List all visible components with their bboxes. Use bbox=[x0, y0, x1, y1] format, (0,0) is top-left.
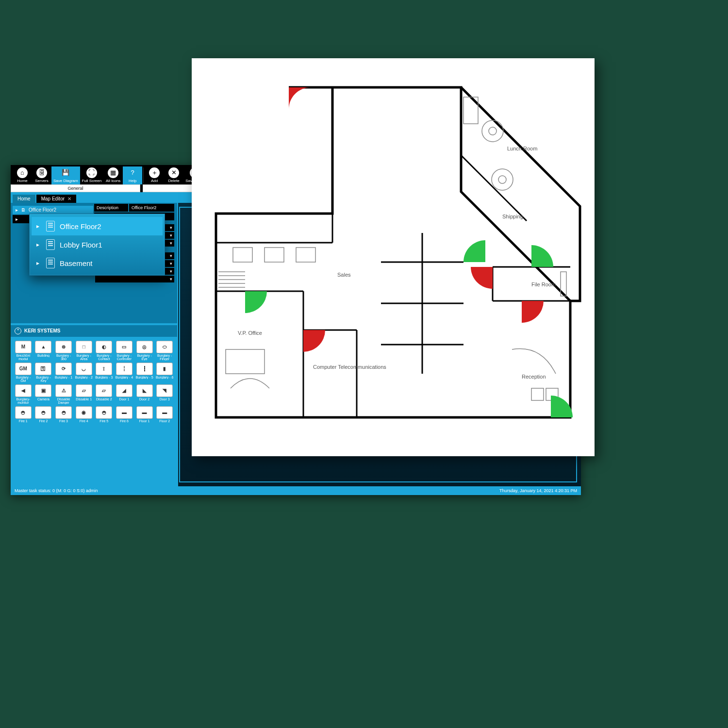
shape-item[interactable]: M Brezžični modul bbox=[14, 340, 33, 361]
chevron-right-icon: ▸ bbox=[36, 260, 41, 266]
shape-thumb: ◡ bbox=[76, 363, 92, 375]
svg-rect-23 bbox=[226, 349, 265, 374]
help-icon: ? bbox=[127, 167, 138, 178]
shape-label: Burglary - 5 bbox=[135, 376, 153, 379]
flyout-item[interactable]: ▸ Office Floor2 bbox=[32, 217, 163, 235]
shape-item[interactable]: ⬭ Burglary - Finger bbox=[155, 340, 174, 361]
shape-item[interactable]: ▲ Building bbox=[34, 340, 53, 361]
shape-item[interactable]: ⟟ Burglary - 3 bbox=[95, 362, 114, 383]
shape-item[interactable]: ◡ Burglary - 2 bbox=[74, 362, 94, 383]
shape-thumb: ◐ bbox=[96, 341, 112, 353]
shape-item[interactable]: ▮ Burglary - 6 bbox=[155, 362, 174, 383]
shape-thumb: ▣ bbox=[35, 384, 51, 397]
shape-thumb: □ bbox=[76, 341, 92, 353]
save-diagram-button[interactable]: 💾Save Diagram bbox=[51, 166, 80, 184]
shape-thumb: ◓ bbox=[35, 406, 51, 419]
shape-item[interactable]: ◓ Fire 3 bbox=[54, 406, 73, 423]
door-icon[interactable] bbox=[471, 267, 493, 289]
all-icons-button[interactable]: ▦All Icons bbox=[103, 166, 123, 184]
shape-item[interactable]: ▣ Camera bbox=[34, 384, 53, 405]
ribbon-button-label: All Icons bbox=[106, 179, 120, 183]
help-button[interactable]: ?Help bbox=[123, 166, 142, 184]
shape-item[interactable]: □ Burglary - Area bbox=[74, 340, 94, 361]
svg-point-16 bbox=[489, 127, 496, 135]
shape-thumb: ◓ bbox=[15, 406, 32, 419]
palette-header[interactable]: ˄ KERI SYSTEMS bbox=[11, 325, 177, 337]
shape-item[interactable]: ◀ Burglary-monitor bbox=[14, 384, 33, 405]
door-icon[interactable] bbox=[245, 291, 267, 313]
fullscreen-icon: ⛶ bbox=[86, 167, 97, 178]
shape-thumb: ◎ bbox=[136, 341, 153, 353]
tree-item-label: Office Floor2 bbox=[29, 207, 56, 213]
svg-point-18 bbox=[498, 176, 506, 183]
shape-label: Door 1 bbox=[119, 397, 129, 401]
shape-item[interactable]: GM Burglary - GM bbox=[14, 362, 33, 383]
shape-item[interactable]: ◣ Door 2 bbox=[135, 384, 154, 405]
home-button[interactable]: ⌂Home bbox=[13, 166, 32, 184]
shape-item[interactable]: ⊗ Burglary - 360 bbox=[54, 340, 73, 361]
shape-item[interactable]: ◓ Fire 2 bbox=[34, 406, 53, 423]
full-screen-button[interactable]: ⛶Full Screen bbox=[80, 166, 103, 184]
shape-thumb: GM bbox=[15, 363, 32, 375]
shape-label: Burglary - Controller bbox=[115, 354, 133, 361]
tab-home[interactable]: Home bbox=[13, 195, 35, 203]
ribbon-group-label: General bbox=[11, 184, 140, 192]
shape-item[interactable]: ◉ Fire 4 bbox=[74, 406, 94, 423]
shape-item[interactable]: ▬ Floor 2 bbox=[155, 406, 174, 423]
page-icon bbox=[46, 221, 55, 232]
delete-icon: ✕ bbox=[168, 167, 179, 178]
shape-item[interactable]: ▭ Burglary - Controller bbox=[115, 340, 134, 361]
close-icon[interactable]: ✕ bbox=[67, 196, 71, 201]
shape-label: Burglary - 3 bbox=[95, 376, 113, 379]
page-icon bbox=[46, 258, 55, 268]
shape-item[interactable]: ▬ Fire 6 bbox=[115, 406, 134, 423]
shape-item[interactable]: ⚠ Dissable Danger bbox=[54, 384, 73, 405]
shape-item[interactable]: ◓ Fire 5 bbox=[95, 406, 114, 423]
grid-icon: ▦ bbox=[108, 167, 118, 178]
flyout-item[interactable]: ▸ Lobby Floor1 bbox=[32, 235, 163, 254]
shape-item[interactable]: ◥ Door 3 bbox=[155, 384, 174, 405]
room-label: Reception bbox=[522, 374, 546, 380]
shape-thumb: ⬭ bbox=[156, 341, 173, 353]
shape-thumb: ⚠ bbox=[55, 384, 72, 397]
shape-item[interactable]: ▬ Floor 1 bbox=[135, 406, 154, 423]
servers-button[interactable]: 🗄Servers bbox=[32, 166, 51, 184]
delete-button[interactable]: ✕Delete bbox=[164, 166, 183, 184]
shape-item[interactable]: ◎ Burglary - Eye bbox=[135, 340, 154, 361]
home-icon: ⌂ bbox=[17, 167, 28, 178]
floorplan-window[interactable]: Lunch Room Shipping File Room Sales V.P.… bbox=[192, 58, 595, 456]
shape-item[interactable]: ◢ Door 1 bbox=[115, 384, 134, 405]
tab-map-editor[interactable]: Map Editor✕ bbox=[36, 195, 76, 203]
door-icon[interactable] bbox=[463, 240, 485, 262]
prop-label: Description bbox=[94, 204, 128, 212]
shape-label: Burglary - 6 bbox=[156, 376, 173, 379]
shape-label: Dissable 1 bbox=[76, 397, 92, 401]
door-icon[interactable] bbox=[522, 301, 544, 323]
page-list-flyout: ▸ Office Floor2▸ Lobby Floor1▸ Basement bbox=[29, 214, 165, 276]
shape-item[interactable]: ╎ Burglary - 4 bbox=[115, 362, 134, 383]
door-icon[interactable] bbox=[303, 330, 325, 352]
door-icon[interactable] bbox=[531, 245, 553, 267]
shape-item[interactable]: ▱ Dissable 1 bbox=[74, 384, 94, 405]
shape-item[interactable]: ▱ Dissable 2 bbox=[95, 384, 114, 405]
svg-rect-20 bbox=[233, 248, 252, 262]
shape-thumb: ┇ bbox=[136, 363, 153, 375]
flyout-item[interactable]: ▸ Basement bbox=[32, 254, 163, 272]
shape-label: Burglary - 2 bbox=[75, 376, 93, 379]
shape-item[interactable]: ◐ Burglary - Contact bbox=[95, 340, 114, 361]
svg-point-17 bbox=[492, 169, 513, 190]
door-icon[interactable] bbox=[289, 87, 311, 109]
shape-thumb: ◓ bbox=[55, 406, 72, 419]
shape-item[interactable]: ⚿ Burglary - Key bbox=[34, 362, 53, 383]
prop-dropdown[interactable] bbox=[95, 276, 174, 282]
prop-value[interactable]: Office Floor2 bbox=[129, 204, 174, 212]
palette-title: KERI SYSTEMS bbox=[24, 328, 60, 333]
ribbon-button-label: Help bbox=[129, 179, 136, 183]
tree-item[interactable]: ▸ 🗎 Office Floor2 bbox=[13, 206, 93, 214]
shape-item[interactable]: ◓ Fire 1 bbox=[14, 406, 33, 423]
shape-label: Burglary - 4 bbox=[116, 376, 133, 379]
shape-item[interactable]: ┇ Burglary - 5 bbox=[135, 362, 154, 383]
ribbon-button-label: Save Diagram bbox=[53, 179, 78, 183]
add-button[interactable]: ＋Add bbox=[145, 166, 164, 184]
shape-item[interactable]: ⟳ Burglary - 1 bbox=[54, 362, 73, 383]
